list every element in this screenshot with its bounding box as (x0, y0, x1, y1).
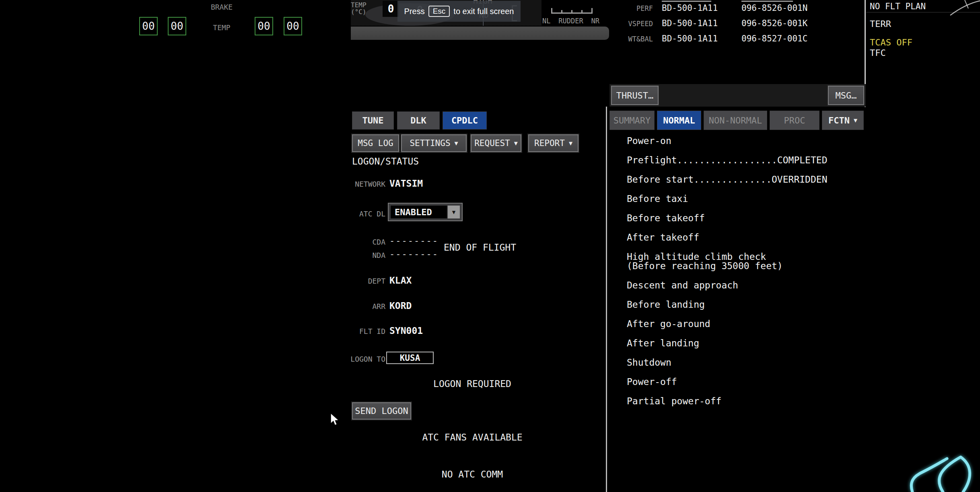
db-row-number: 096-8527-001C (741, 34, 807, 43)
db-row-label: PERF (625, 4, 653, 12)
settings-label: SETTINGS (410, 138, 450, 148)
network-value: VATSIM (389, 178, 423, 189)
table-overline-part (662, 1, 711, 2)
dept-label: DEPT (337, 277, 385, 285)
checklist-item[interactable]: Before landing (627, 300, 852, 309)
checklist-item[interactable]: Before taxi (627, 194, 852, 204)
db-row-label: WT&BAL (625, 35, 653, 43)
rudder-trim-scale: NL RUDDER NR (542, 7, 599, 26)
logon-to-input[interactable]: KUSA (386, 352, 434, 364)
table-row: PERF BD-500-1A11 096-8526-001N (625, 3, 850, 13)
end-of-flight-text: END OF FLIGHT (444, 242, 516, 253)
mouse-cursor (330, 413, 340, 426)
tab-dlk[interactable]: DLK (397, 111, 440, 130)
rudder-nr-label: NR (591, 17, 599, 25)
checklist-item[interactable]: Before takeoff (627, 214, 852, 223)
tab-normal-label: NORMAL (663, 115, 695, 126)
tab-fctn-label: FCTN (828, 115, 850, 126)
send-logon-button[interactable]: SEND LOGON (352, 402, 411, 420)
database-table: PERF BD-500-1A11 096-8526-001N VSPEED BD… (625, 0, 856, 48)
table-row: WT&BAL BD-500-1A11 096-8527-001C (625, 34, 850, 43)
msg-log-label: MSG LOG (358, 138, 393, 148)
brake-label: BRAKE (202, 3, 242, 11)
settings-button[interactable]: SETTINGS ▼ (401, 134, 467, 152)
nda-value: -------- (389, 249, 439, 259)
checklist-item[interactable]: Power-on (627, 136, 852, 146)
checklist-list: Power-on Preflight..................COMP… (627, 136, 852, 416)
cda-label: CDA (337, 238, 385, 246)
db-row-part: BD-500-1A11 (662, 3, 718, 13)
atc-fans-status-text: ATC FANS AVAILABLE (351, 432, 594, 443)
logon-status-text: LOGON REQUIRED (351, 379, 594, 389)
atc-dl-dropdown[interactable]: ENABLED ▼ (388, 203, 463, 221)
msg-button[interactable]: MSG… (828, 86, 864, 105)
network-label: NETWORK (337, 180, 385, 188)
atc-dl-selected-value: ENABLED (391, 206, 447, 218)
rudder-tick-2 (571, 10, 572, 13)
avionics-screen: { "colors": { "accent_blue": "#1a4691", … (0, 0, 980, 492)
dropdown-arrow-icon: ▼ (514, 140, 518, 147)
report-label: REPORT (534, 138, 565, 148)
temp-gauge-label: TEMP (°C) (351, 2, 366, 15)
checklist-item[interactable]: After go-around (627, 319, 852, 329)
cyan-winglet-logo-icon (904, 454, 980, 492)
dropdown-arrow-icon[interactable]: ▼ (448, 206, 460, 218)
notice-suffix: to exit full screen (453, 7, 514, 16)
esc-key-icon: Esc (428, 6, 450, 17)
arr-value: KORD (389, 301, 412, 311)
rudder-tick-right (591, 8, 593, 13)
checklist-item[interactable]: Partial power-off (627, 397, 852, 406)
db-row-number: 096-8526-001N (741, 3, 807, 13)
send-logon-label: SEND LOGON (355, 406, 408, 416)
rudder-tick-left (551, 8, 552, 13)
thrust-button[interactable]: THRUST… (611, 86, 659, 105)
tab-proc-label: PROC (784, 115, 805, 126)
terr-text: TERR (870, 19, 891, 29)
thrust-message-bar: THRUST… MSG… (609, 84, 866, 107)
rudder-tick-1 (561, 10, 562, 13)
tab-normal[interactable]: NORMAL (657, 111, 701, 130)
brake-temp-readout-2: 00 (168, 17, 186, 35)
table-row: VSPEED BD-500-1A11 096-8526-001K (625, 19, 850, 28)
checklist-item[interactable]: Power-off (627, 377, 852, 387)
instrument-gray-bar (351, 27, 609, 40)
table-overline-number (741, 1, 793, 2)
panel-divider-left (606, 107, 607, 492)
tab-tune[interactable]: TUNE (352, 111, 394, 130)
tab-cpdlc[interactable]: CPDLC (443, 111, 487, 130)
checklist-item[interactable]: Descent and approach (627, 281, 852, 290)
brake-temp-readout-4: 00 (284, 17, 302, 35)
flt-id-value: SYN001 (389, 325, 423, 336)
request-button[interactable]: REQUEST ▼ (471, 134, 521, 152)
compass-arc-icon (949, 0, 980, 16)
temp-gauge-value: 0 (383, 1, 399, 17)
checklist-item[interactable]: Shutdown (627, 358, 852, 367)
thrust-button-label: THRUST… (616, 91, 654, 101)
fullscreen-notice: Press Esc to exit full screen (397, 1, 521, 22)
brake-temp-cluster: BRAKE TEMP 00 00 00 00 (0, 0, 322, 44)
report-button[interactable]: REPORT ▼ (528, 134, 579, 152)
db-row-number: 096-8526-001K (741, 19, 807, 28)
checklist-item[interactable]: High altitude climb check (Before reachi… (627, 252, 852, 271)
db-row-label: VSPEED (625, 20, 653, 28)
atc-dl-label: ATC DL (337, 210, 385, 218)
tab-summary: SUMMARY (609, 111, 655, 130)
tab-non-normal-label: NON-NORMAL (709, 115, 762, 126)
checklist-item[interactable]: Preflight..................COMPLETED (627, 156, 852, 165)
rudder-tick-3 (581, 10, 583, 13)
tab-tune-label: TUNE (362, 115, 384, 126)
checklist-item[interactable]: After takeoff (627, 233, 852, 242)
tab-proc: PROC (770, 111, 819, 130)
rudder-nl-label: NL (542, 17, 550, 25)
brake-temp-readout-3: 00 (255, 17, 273, 35)
msg-log-button[interactable]: MSG LOG (352, 134, 399, 152)
tab-cpdlc-label: CPDLC (451, 115, 478, 126)
dropdown-arrow-icon: ▼ (455, 140, 458, 147)
brake-temp-label: TEMP (202, 23, 242, 32)
tab-fctn[interactable]: FCTN ▼ (822, 111, 864, 130)
nda-label: NDA (337, 251, 385, 259)
checklist-item[interactable]: After landing (627, 339, 852, 348)
checklist-item[interactable]: Before start..............OVERRIDDEN (627, 175, 852, 184)
dept-value: KLAX (389, 275, 412, 286)
flt-id-label: FLT ID (337, 327, 385, 336)
